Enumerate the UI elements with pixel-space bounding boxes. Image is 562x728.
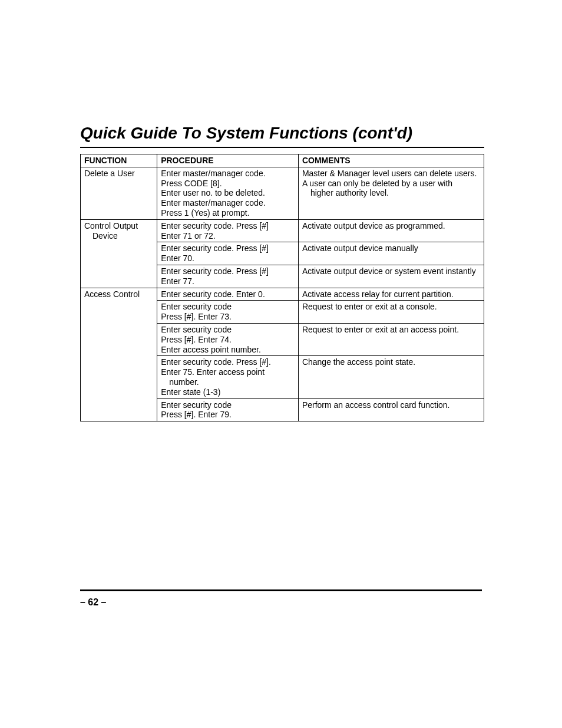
- cell-comments: Request to enter or exit at an access po…: [298, 323, 484, 355]
- cell-comments: Activate access relay for current partit…: [298, 288, 484, 301]
- cell-text-indent: Device: [84, 231, 118, 241]
- cell-comments: Change the access point state.: [298, 356, 484, 398]
- cell-function: Access Control: [81, 288, 157, 421]
- cell-text-indent: number.: [161, 377, 199, 387]
- cell-comments: Activate output device manually: [298, 242, 484, 265]
- footer-rule: [80, 589, 482, 591]
- cell-text: Control Output: [84, 221, 138, 230]
- cell-procedure: Enter security code Press [#]. Enter 73.: [157, 301, 299, 324]
- table-row: Access Control Enter security code. Ente…: [81, 288, 484, 301]
- cell-text-indent: higher authority level.: [302, 188, 389, 198]
- th-function: FUNCTION: [81, 154, 157, 167]
- th-procedure: PROCEDURE: [157, 154, 299, 167]
- cell-text: Master & Manager level users can delete …: [302, 169, 477, 188]
- cell-procedure: Enter security code. Press [#].Enter 75.…: [157, 356, 299, 398]
- cell-text: Enter security code. Press [#].Enter 75.…: [161, 357, 271, 377]
- cell-procedure: Enter security code. Enter 0.: [157, 288, 299, 301]
- cell-procedure: Enter security code Press [#]. Enter 79.: [157, 398, 299, 421]
- table-header-row: FUNCTION PROCEDURE COMMENTS: [81, 154, 484, 167]
- cell-function: Control Output Device: [81, 219, 157, 288]
- page-number: – 62 –: [80, 597, 106, 608]
- table-row: Delete a User Enter master/manager code.…: [81, 167, 484, 219]
- cell-comments: Request to enter or exit at a console.: [298, 301, 484, 324]
- cell-comments: Perform an access control card function.: [298, 398, 484, 421]
- page-title: Quick Guide To System Functions (cont'd): [80, 124, 484, 148]
- cell-procedure: Enter security code Press [#]. Enter 74.…: [157, 323, 299, 355]
- cell-procedure: Enter master/manager code. Press CODE [8…: [157, 167, 299, 219]
- table-row: Control Output Device Enter security cod…: [81, 219, 484, 242]
- cell-comments: Activate output device as programmed.: [298, 219, 484, 242]
- cell-comments: Master & Manager level users can delete …: [298, 167, 484, 219]
- cell-text: Enter state (1-3): [161, 387, 220, 397]
- functions-table: FUNCTION PROCEDURE COMMENTS Delete a Use…: [80, 154, 484, 421]
- th-comments: COMMENTS: [298, 154, 484, 167]
- cell-procedure: Enter security code. Press [#] Enter 77.: [157, 265, 299, 288]
- cell-function: Delete a User: [81, 167, 157, 219]
- cell-comments: Activate output device or system event i…: [298, 265, 484, 288]
- cell-procedure: Enter security code. Press [#] Enter 71 …: [157, 219, 299, 242]
- cell-procedure: Enter security code. Press [#] Enter 70.: [157, 242, 299, 265]
